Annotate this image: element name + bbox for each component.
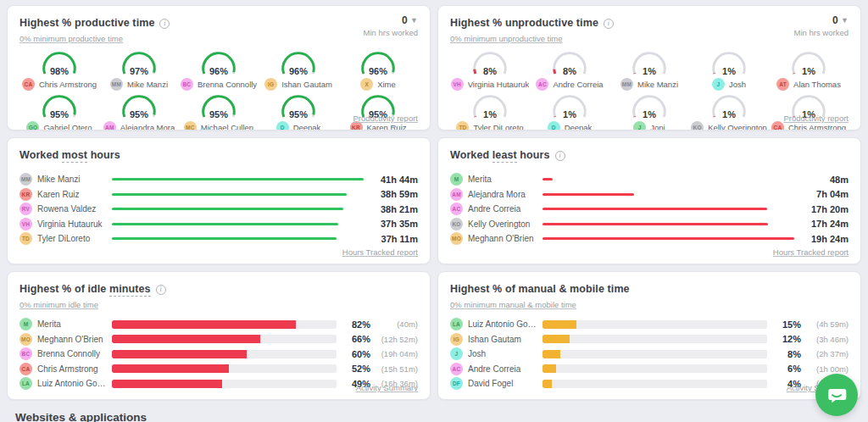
hours-value: 37h 35m <box>369 219 418 229</box>
card-title: Highest % productive time <box>19 17 154 29</box>
chevron-down-icon: ▼ <box>410 16 418 25</box>
min-hours-dropdown[interactable]: 0 ▼ <box>364 14 418 26</box>
gauge-percent-value: 8% <box>548 66 592 76</box>
hours-row: MMMike Manzi41h 44m <box>19 172 418 187</box>
percent-value: 82% <box>342 319 370 330</box>
percent-value: 52% <box>342 364 370 374</box>
min-productive-filter-link[interactable]: 0% minimum productive time <box>19 34 123 43</box>
gauge-percent-value: 8% <box>468 66 512 76</box>
hours-tracked-report-link[interactable]: Hours Tracked report <box>773 247 849 257</box>
avatar: MM <box>110 78 123 91</box>
card-title-block: Highest % unproductive timei 0% minimum … <box>450 14 614 45</box>
gauge-percent-value: 1% <box>707 109 751 119</box>
min-hours-caption: Min hrs worked <box>794 28 849 37</box>
gauge-cell: 8%ACAndre Correia <box>530 50 609 91</box>
gauge-percent-value: 1% <box>627 66 671 76</box>
gauge-cell: 1%JJosh <box>689 50 769 91</box>
bar-fill <box>112 364 229 373</box>
user-name: Luiz Antonio Gou... <box>468 319 537 329</box>
hours-row: KOKelly Overington17h 24m <box>450 217 849 232</box>
tooltip-term[interactable]: minutes <box>109 283 151 297</box>
user-name: Deepak <box>565 123 593 130</box>
gauge-user: CAChris Armstrong <box>22 78 97 91</box>
min-unproductive-filter-link[interactable]: 0% minimum unproductive time <box>450 34 563 43</box>
avatar: CA <box>22 78 35 91</box>
gauge-cell: 8%VHVirginia Hutauruk <box>450 50 530 91</box>
info-icon[interactable]: i <box>156 285 166 295</box>
min-idle-filter-link[interactable]: 0% minimum idle time <box>19 300 98 309</box>
gauge-cell: 95%GOGabriel Otero <box>19 93 99 130</box>
avatar: KR <box>19 188 32 201</box>
avatar: J <box>450 347 463 360</box>
bar-track <box>112 335 337 343</box>
bar <box>542 223 794 225</box>
gauge-percent-value: 95% <box>37 109 81 119</box>
percent-row: MOMeghann O'Brien66%(12h 52m) <box>19 332 418 347</box>
gauge-user: IGIshan Gautam <box>264 78 332 91</box>
gauge: 1% <box>707 50 751 76</box>
user-name: Josh <box>729 80 746 89</box>
gauge: 95% <box>117 93 161 119</box>
duration-value: (1h 00m) <box>806 364 849 374</box>
bar-track <box>112 364 337 373</box>
card-title: Highest % of idle minutes <box>19 283 151 297</box>
gauge-cell: 98%CAChris Armstrong <box>19 50 99 91</box>
bar <box>542 178 794 180</box>
avatar: LA <box>19 377 32 390</box>
info-icon[interactable]: i <box>604 19 614 29</box>
gauge-cell: 95%MCMichael Cullen <box>179 93 259 130</box>
hours-tracked-report-link[interactable]: Hours Tracked report <box>342 247 418 257</box>
gauge-user: ACAndre Correia <box>536 78 603 91</box>
avatar: RV <box>19 203 32 215</box>
productivity-report-link[interactable]: Productivity report <box>353 114 418 123</box>
bar <box>112 208 364 210</box>
bar-track <box>542 380 767 388</box>
gauge-cell: 1%KOKelly Overington <box>689 93 769 130</box>
user-name: Kelly Overington <box>708 123 767 130</box>
avatar: D <box>548 121 560 130</box>
tooltip-term[interactable]: most <box>62 149 87 163</box>
info-icon[interactable]: i <box>159 19 170 29</box>
avatar: TD <box>456 121 469 130</box>
card-header: Highest % productive timei 0% minimum pr… <box>19 14 418 45</box>
activity-summary-link[interactable]: Activity Summary <box>356 383 418 392</box>
chat-widget-button[interactable] <box>815 374 858 416</box>
productivity-report-link[interactable]: Productivity report <box>783 114 849 123</box>
chevron-down-icon: ▼ <box>841 16 849 25</box>
bar-fill <box>542 350 560 358</box>
gauge-percent-value: 1% <box>468 109 512 119</box>
bar-fill <box>542 320 576 329</box>
user-name: Gabriel Otero <box>43 123 92 130</box>
gauge-percent-value: 97% <box>117 66 161 76</box>
gauge: 1% <box>787 50 831 76</box>
min-hours-dropdown[interactable]: 0 ▼ <box>794 14 849 26</box>
tooltip-term[interactable]: least <box>492 149 517 163</box>
user-name: Joni <box>650 123 665 130</box>
avatar: DF <box>450 377 463 390</box>
user-name: Ishan Gautam <box>281 80 332 89</box>
avatar: CA <box>771 121 784 130</box>
hours-value: 38h 59m <box>369 189 418 199</box>
bar-fill <box>112 208 343 210</box>
avatar: AC <box>450 203 463 215</box>
user-name: Mike Manzi <box>637 80 678 89</box>
duration-value: (4h 59m) <box>806 319 849 329</box>
bar-track <box>542 350 767 358</box>
info-icon[interactable]: i <box>555 151 565 161</box>
gauge-user: GOGabriel Otero <box>26 121 92 130</box>
bar-track <box>542 320 767 329</box>
percent-value: 6% <box>772 364 801 374</box>
percent-row: BCBrenna Connolly60%(19h 04m) <box>19 347 418 362</box>
gauge-percent-value: 95% <box>276 109 320 119</box>
avatar: AC <box>536 78 548 91</box>
min-hours-control: 0 ▼ Min hrs worked <box>364 14 418 37</box>
avatar: MO <box>450 232 463 245</box>
card-unproductive-time: Highest % unproductive timei 0% minimum … <box>437 5 861 130</box>
hours-row: RVRowena Valdez38h 21m <box>19 202 418 217</box>
bar-fill <box>542 335 570 343</box>
bar-fill <box>112 320 296 329</box>
min-manual-filter-link[interactable]: 0% minimum manual & mobile time <box>450 300 576 309</box>
bar <box>112 178 364 180</box>
bar <box>542 193 794 196</box>
avatar: MC <box>184 121 197 130</box>
